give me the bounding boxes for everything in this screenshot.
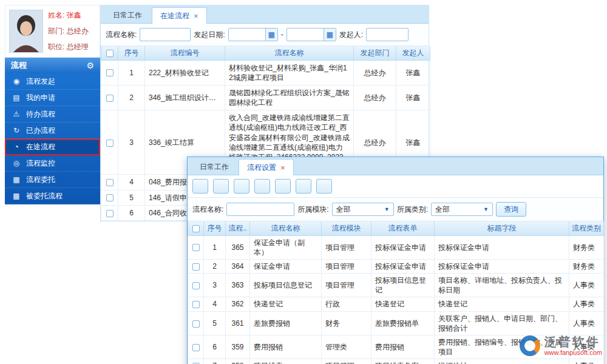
start-date-input[interactable] (229, 29, 265, 40)
tab[interactable]: 在途流程 × (152, 7, 207, 24)
col-header-form: 流程表单 (371, 221, 435, 235)
cell-seq: 6 (118, 205, 145, 220)
close-icon[interactable]: × (280, 164, 285, 172)
cell-name: 差旅费报销 (250, 311, 322, 335)
tab[interactable]: 日常工作 (191, 158, 237, 175)
calendar-icon[interactable]: ▦ (265, 29, 277, 41)
toolbar-button[interactable] (275, 179, 291, 194)
calendar-icon[interactable]: ▦ (324, 29, 336, 41)
sidebar-item[interactable]: ◉ 流程发起 (5, 73, 100, 90)
row-checkbox[interactable] (192, 320, 200, 328)
menu-item-label: 待办流程 (26, 109, 55, 120)
sidebar-item[interactable]: ⚠ 待办流程 (5, 106, 100, 123)
select-all-checkbox[interactable] (192, 225, 200, 232)
end-date-input[interactable] (287, 29, 324, 40)
cell-name: 晟铭园林绿化工程组织设计方案_晟铭园林绿化工程 (225, 85, 354, 110)
menu-item-icon: ▩ (12, 192, 21, 200)
cell-id: 361 (226, 311, 250, 335)
row-checkbox[interactable] (106, 69, 114, 76)
cell-category: 人事类 (569, 297, 604, 311)
sidebar-item[interactable]: ▤ 我的申请 (5, 90, 100, 106)
cell-fields: 投标保证金申请 (435, 259, 569, 273)
date-range-separator: - (281, 30, 283, 39)
module-label: 所属模块: (297, 204, 328, 215)
cell-module: 行政 (322, 297, 371, 311)
table-row[interactable]: 4 362 快递登记 行政 快递登记 快递登记 人事类 (188, 297, 604, 311)
cell-category: 人事类 (569, 359, 604, 364)
category-label: 所属类别: (397, 204, 428, 215)
sidebar-item[interactable]: ↻ 已办流程 (5, 123, 100, 139)
col-header-fields: 标题字段 (435, 221, 569, 235)
cell-seq: 5 (204, 311, 226, 335)
menu-item-label: 流程监控 (26, 158, 55, 169)
col-header-person: 发起人 (396, 46, 430, 60)
select-all-checkbox[interactable] (106, 50, 114, 57)
menu-item-icon: ◎ (12, 159, 21, 167)
tab[interactable]: 日常工作 (104, 7, 151, 23)
col-header-seq: 序号 (118, 46, 145, 60)
row-checkbox[interactable] (106, 210, 114, 217)
module-select[interactable]: 全部 ▼ (332, 203, 394, 216)
close-icon[interactable]: × (194, 12, 198, 20)
profile-dept: 部门: 总经办 (48, 26, 89, 36)
toolbar-button[interactable] (192, 179, 208, 194)
row-checkbox[interactable] (192, 344, 200, 351)
category-select-value: 全部 (435, 204, 450, 215)
cell-fields: 投标保证金申请 (435, 235, 569, 259)
cell-id: 362 (226, 297, 250, 311)
sidebar-item[interactable]: ▦ 流程委托 (5, 172, 100, 188)
menu-item-label: 已办流程 (26, 126, 55, 136)
menu-item-label: 我的申请 (26, 93, 55, 103)
search-button[interactable]: 查询 (496, 202, 526, 217)
toolbar-button[interactable] (213, 179, 229, 194)
table-row[interactable]: 3 363 投标项目信息登记 项目管理 投标项目信息登记 项目名称、详细地址、投… (188, 274, 604, 297)
row-checkbox[interactable] (192, 263, 200, 271)
toolbar-button[interactable] (296, 179, 311, 194)
sidebar-header-label: 流程 (11, 60, 27, 71)
row-checkbox[interactable] (106, 194, 114, 201)
row-checkbox[interactable] (192, 244, 200, 251)
cell-seq: 3 (118, 110, 145, 175)
toolbar-button[interactable] (234, 179, 249, 194)
cell-id: 363 (226, 274, 250, 297)
row-checkbox[interactable] (106, 140, 114, 147)
table-row[interactable]: 2 364 保证金申请 项目管理 投标保证金申请 投标保证金申请 财务类 (188, 259, 604, 273)
category-select[interactable]: 全部 ▼ (431, 203, 493, 216)
tab-bar: 日常工作 流程设置 × (188, 157, 603, 175)
toolbar-button[interactable] (254, 179, 270, 194)
gear-icon[interactable]: ⚙ (86, 61, 94, 70)
table-row[interactable]: 1 365 保证金申请（副本） 项目管理 投标保证金申请 投标保证金申请 财务类 (188, 235, 604, 259)
filter-bar: 流程名称: 发起日期: ▦ - ▦ 发起人: (101, 24, 429, 46)
sidebar-item[interactable]: ▩ 被委托流程 (5, 188, 100, 204)
profile-photo (9, 10, 43, 53)
row-checkbox[interactable] (192, 282, 200, 289)
cell-name: 费用报销 (250, 335, 322, 359)
cell-form: 投标项目信息登记 (371, 274, 435, 297)
sidebar: 姓名: 张鑫 部门: 总经办 职位: 总经理 流程 ⚙ ◉ 流程发起 ▤ 我的申… (5, 5, 100, 204)
table-row[interactable]: 2 346_施工组织设计方案申请 晟铭园林绿化工程组织设计方案_晟铭园林绿化工程… (101, 85, 430, 110)
row-checkbox[interactable] (106, 179, 114, 186)
cell-id: 365 (226, 235, 250, 259)
user-profile: 姓名: 张鑫 部门: 总经办 职位: 总经理 (5, 5, 100, 58)
cell-form: 投标保证金申请 (371, 259, 435, 273)
table-row[interactable]: 7 358 项目线索 项目管理 项目线索备案 详细地址 人事类 (188, 359, 604, 364)
cell-module: 项目管理 (322, 259, 371, 273)
process-name-input[interactable] (140, 28, 191, 41)
process-name-input[interactable] (226, 203, 294, 216)
sidebar-item[interactable]: ◔ 在途流程 (5, 139, 100, 155)
col-header-module: 流程模块 (322, 221, 371, 235)
menu-item-label: 被委托流程 (26, 191, 63, 201)
cell-seq: 1 (118, 60, 145, 85)
cell-category: 财务类 (569, 235, 604, 259)
sidebar-item[interactable]: ◎ 流程监控 (5, 155, 100, 172)
chevron-down-icon: ▼ (483, 206, 489, 212)
cell-name: 项目线索 (250, 359, 322, 364)
table-row[interactable]: 5 361 差旅费报销 财务 差旅费报销单 关联客户、报销人、申请日期、部门、报… (188, 311, 604, 335)
toolbar-button[interactable] (316, 179, 332, 194)
initiator-input[interactable] (366, 28, 409, 41)
table-row[interactable]: 1 222_材料验收登记 材料验收登记_材料采购_张鑫_华润12城房建工程项目 … (101, 60, 430, 85)
tab[interactable]: 流程设置 × (239, 159, 294, 175)
row-checkbox[interactable] (106, 95, 114, 102)
start-date-label: 发起日期: (194, 30, 225, 40)
row-checkbox[interactable] (192, 301, 200, 308)
